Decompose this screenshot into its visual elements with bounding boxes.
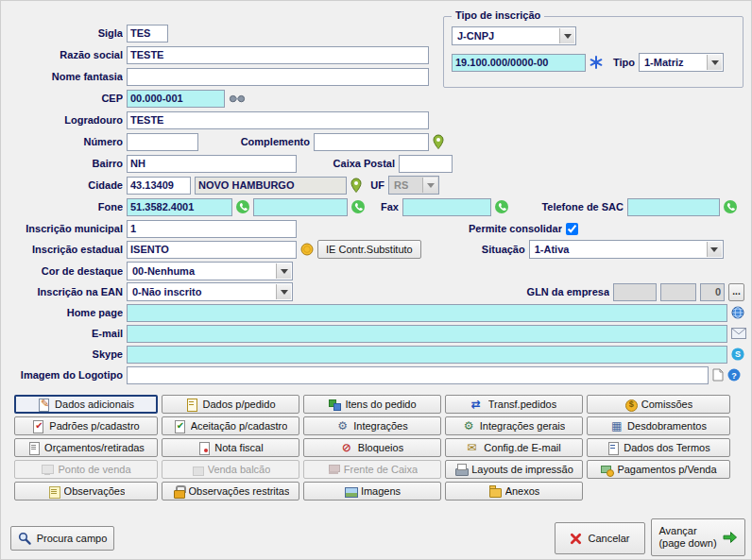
telefone-sac-label: Telefone de SAC xyxy=(512,201,624,212)
cnpj-input[interactable] xyxy=(452,54,586,72)
globe-icon[interactable] xyxy=(731,306,744,319)
ie-coin-icon[interactable] xyxy=(300,243,314,256)
nota-fiscal-button[interactable]: Nota fiscal xyxy=(162,438,299,457)
orcamentos-retiradas-button[interactable]: Orçamentos/retiradas xyxy=(14,438,158,457)
email-input[interactable] xyxy=(127,325,727,343)
module-button-label: Dados p/pedido xyxy=(202,399,275,410)
cor-destaque-select[interactable]: 00-Nenhuma xyxy=(127,262,293,280)
cep-input[interactable] xyxy=(127,90,225,108)
aceitacao-p-cadastro-button[interactable]: Aceitação p/cadastro xyxy=(162,416,299,435)
tipo-inscricao-kind-select[interactable]: J-CNPJ xyxy=(452,26,576,45)
row-sigla: Sigla xyxy=(5,24,168,42)
cidade-code-input[interactable] xyxy=(127,177,191,195)
dados-p-pedido-button[interactable]: Dados p/pedido xyxy=(162,395,299,414)
fone2-input[interactable] xyxy=(253,198,348,216)
inscricao-ean-label: Inscrição na EAN xyxy=(5,286,123,297)
uf-select: RS xyxy=(388,176,439,195)
module-button-label: Pagamentos p/Venda xyxy=(617,464,716,475)
tipo-label: Tipo xyxy=(607,57,635,68)
caixa-postal-input[interactable] xyxy=(399,155,453,173)
fax-input[interactable] xyxy=(402,198,491,216)
integracoes-button[interactable]: Integrações xyxy=(303,416,441,435)
avancar-button[interactable]: Avançar (page down) xyxy=(651,518,745,556)
skype-label: Skype xyxy=(5,348,123,360)
whatsapp-icon[interactable] xyxy=(351,200,365,213)
splits-grid-icon xyxy=(610,420,624,433)
inscricao-ean-select[interactable]: 0-Não inscrito xyxy=(127,282,293,301)
ie-contr-substituto-button[interactable]: IE Contr.Substituto xyxy=(317,240,421,259)
transf-pedidos-button[interactable]: Transf.pedidos xyxy=(445,395,583,414)
map-pin-icon[interactable] xyxy=(433,134,444,149)
dados-dos-termos-button[interactable]: Dados dos Termos xyxy=(587,438,730,457)
comissoes-button[interactable]: Comissões xyxy=(587,395,730,414)
skype-icon[interactable]: S xyxy=(731,348,744,361)
module-button-label: Itens do pedido xyxy=(345,399,416,410)
city-map-pin-icon[interactable] xyxy=(350,178,362,193)
row-inscricao-estadual: Inscrição estadual IE Contr.Substituto S… xyxy=(5,240,724,259)
cancelar-label: Cancelar xyxy=(588,533,629,544)
tipo-select[interactable]: 1-Matriz xyxy=(639,53,724,72)
cidade-label: Cidade xyxy=(5,179,123,191)
cep-search-icon[interactable] xyxy=(229,93,246,104)
complemento-input[interactable] xyxy=(314,133,429,151)
fone-input[interactable] xyxy=(127,198,232,216)
layouts-de-impressao-button[interactable]: Layouts de impressão xyxy=(445,460,583,479)
company-registration-form: Sigla Razão social Nome fantasia CEP Log… xyxy=(0,0,752,560)
help-icon[interactable]: ? xyxy=(727,368,741,382)
sigla-label: Sigla xyxy=(5,27,123,39)
situacao-select[interactable]: 1-Ativa xyxy=(529,240,724,259)
form-edit-icon xyxy=(38,399,51,411)
cash-register-icon xyxy=(327,464,340,476)
pagamentos-p-venda-button[interactable]: Pagamentos p/Venda xyxy=(587,460,730,479)
bloqueios-button[interactable]: Bloqueios xyxy=(303,438,441,457)
module-button-label: Venda balcão xyxy=(208,464,271,475)
padroes-p-cadastro-button[interactable]: Padrões p/cadastro xyxy=(14,416,158,435)
numero-input[interactable] xyxy=(127,133,198,151)
whatsapp-icon[interactable] xyxy=(495,200,508,213)
telefone-sac-input[interactable] xyxy=(627,198,720,216)
sigla-input[interactable] xyxy=(127,25,168,42)
inscricao-estadual-input[interactable] xyxy=(127,241,297,259)
bairro-label: Bairro xyxy=(5,158,123,169)
home-page-input[interactable] xyxy=(127,304,727,322)
gln-browse-button[interactable]: ... xyxy=(728,283,744,301)
whatsapp-icon[interactable] xyxy=(724,200,737,213)
cancelar-button[interactable]: Cancelar xyxy=(555,522,645,554)
imagem-logotipo-input[interactable] xyxy=(127,366,709,384)
imagens-button[interactable]: Imagens xyxy=(303,482,441,501)
bairro-input[interactable] xyxy=(127,155,297,173)
module-button-label: Ponto de venda xyxy=(58,464,130,475)
integracoes-gerais-button[interactable]: Integrações gerais xyxy=(445,416,583,435)
procura-campo-button[interactable]: Procura campo xyxy=(10,526,114,551)
observacoes-restritas-button[interactable]: Observações restritas xyxy=(162,482,299,501)
terms-doc-icon xyxy=(607,442,620,454)
module-button-label: Layouts de impressão xyxy=(471,464,573,475)
logradouro-input[interactable] xyxy=(127,111,429,129)
config-de-email-button[interactable]: Config.de E-mail xyxy=(445,438,583,457)
file-browse-icon[interactable] xyxy=(712,368,724,382)
frente-de-caixa-button: Frente de Caixa xyxy=(303,460,441,479)
module-button-label: Orçamentos/retiradas xyxy=(44,442,145,453)
uf-label: UF xyxy=(366,179,385,191)
itens-do-pedido-button[interactable]: Itens do pedido xyxy=(303,395,441,414)
desdobramentos-button[interactable]: Desdobramentos xyxy=(587,416,730,435)
module-button-label: Dados adicionais xyxy=(55,399,134,410)
envelope-icon[interactable] xyxy=(731,328,746,339)
whatsapp-icon[interactable] xyxy=(236,200,249,213)
observacoes-button[interactable]: Observações xyxy=(14,482,158,501)
chevron-down-icon xyxy=(707,242,722,257)
razao-social-input[interactable] xyxy=(127,46,429,64)
commissions-icon xyxy=(624,399,638,411)
search-icon xyxy=(18,532,31,545)
transfer-orders-icon xyxy=(471,399,485,411)
row-logradouro: Logradouro xyxy=(5,110,429,129)
dados-adicionais-button[interactable]: Dados adicionais xyxy=(14,395,158,414)
permite-consolidar-checkbox[interactable] xyxy=(566,223,578,235)
skype-input[interactable] xyxy=(127,346,727,364)
module-button-label: Config.de E-mail xyxy=(484,442,560,453)
inscricao-municipal-input[interactable] xyxy=(127,220,297,238)
anexos-button[interactable]: Anexos xyxy=(445,482,583,501)
nome-fantasia-input[interactable] xyxy=(127,68,429,86)
cnpj-validate-icon[interactable] xyxy=(590,56,603,69)
gln-input-3 xyxy=(700,283,725,301)
